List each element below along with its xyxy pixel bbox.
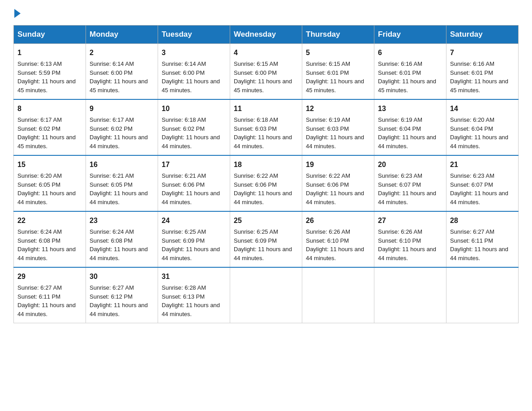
calendar-cell: 9 Sunrise: 6:17 AM Sunset: 6:02 PM Dayli…	[86, 99, 158, 155]
sunrise-label: Sunrise: 6:19 AM	[378, 116, 422, 123]
sunrise-label: Sunrise: 6:15 AM	[306, 60, 350, 67]
day-number: 21	[450, 159, 515, 170]
sunrise-label: Sunrise: 6:25 AM	[162, 228, 206, 235]
sunrise-label: Sunrise: 6:16 AM	[378, 60, 422, 67]
sunset-label: Sunset: 6:12 PM	[90, 293, 133, 300]
sunrise-label: Sunrise: 6:24 AM	[17, 228, 62, 235]
daylight-label: Daylight: 11 hours and 44 minutes.	[306, 246, 364, 261]
daylight-label: Daylight: 11 hours and 44 minutes.	[306, 190, 364, 206]
day-number: 13	[378, 103, 442, 114]
calendar-week-row: 29 Sunrise: 6:27 AM Sunset: 6:11 PM Dayl…	[14, 267, 519, 323]
day-number: 20	[378, 159, 442, 170]
sunrise-label: Sunrise: 6:15 AM	[234, 60, 278, 67]
calendar-cell: 21 Sunrise: 6:23 AM Sunset: 6:07 PM Dayl…	[446, 155, 519, 211]
calendar-cell: 11 Sunrise: 6:18 AM Sunset: 6:03 PM Dayl…	[230, 99, 302, 155]
day-number: 19	[306, 159, 370, 170]
day-number: 29	[17, 271, 82, 282]
calendar-cell: 26 Sunrise: 6:26 AM Sunset: 6:10 PM Dayl…	[302, 211, 374, 267]
calendar-cell: 23 Sunrise: 6:24 AM Sunset: 6:08 PM Dayl…	[86, 211, 158, 267]
sunset-label: Sunset: 6:11 PM	[450, 237, 493, 244]
sunrise-label: Sunrise: 6:27 AM	[450, 228, 494, 235]
calendar-week-row: 15 Sunrise: 6:20 AM Sunset: 6:05 PM Dayl…	[14, 155, 519, 211]
calendar-header-saturday: Saturday	[446, 26, 519, 44]
sunset-label: Sunset: 6:00 PM	[90, 69, 133, 76]
daylight-label: Daylight: 11 hours and 44 minutes.	[162, 302, 220, 317]
sunset-label: Sunset: 6:00 PM	[162, 69, 205, 76]
day-number: 24	[162, 215, 226, 226]
calendar-cell	[446, 267, 519, 323]
daylight-label: Daylight: 11 hours and 45 minutes.	[162, 78, 220, 94]
sunrise-label: Sunrise: 6:16 AM	[450, 60, 494, 67]
daylight-label: Daylight: 11 hours and 44 minutes.	[90, 246, 148, 261]
daylight-label: Daylight: 11 hours and 45 minutes.	[378, 78, 436, 94]
day-number: 7	[450, 47, 515, 58]
sunset-label: Sunset: 6:09 PM	[234, 237, 277, 244]
calendar-cell: 17 Sunrise: 6:21 AM Sunset: 6:06 PM Dayl…	[158, 155, 230, 211]
calendar-cell: 30 Sunrise: 6:27 AM Sunset: 6:12 PM Dayl…	[86, 267, 158, 323]
daylight-label: Daylight: 11 hours and 44 minutes.	[162, 190, 220, 206]
sunrise-label: Sunrise: 6:20 AM	[450, 116, 494, 123]
calendar-week-row: 8 Sunrise: 6:17 AM Sunset: 6:02 PM Dayli…	[14, 99, 519, 155]
sunrise-label: Sunrise: 6:23 AM	[378, 172, 422, 179]
calendar-cell: 31 Sunrise: 6:28 AM Sunset: 6:13 PM Dayl…	[158, 267, 230, 323]
sunset-label: Sunset: 6:02 PM	[90, 125, 133, 132]
day-number: 22	[17, 215, 82, 226]
calendar-cell: 12 Sunrise: 6:19 AM Sunset: 6:03 PM Dayl…	[302, 99, 374, 155]
calendar-cell: 3 Sunrise: 6:14 AM Sunset: 6:00 PM Dayli…	[158, 44, 230, 100]
daylight-label: Daylight: 11 hours and 45 minutes.	[90, 78, 148, 94]
calendar-cell: 13 Sunrise: 6:19 AM Sunset: 6:04 PM Dayl…	[374, 99, 446, 155]
day-number: 28	[450, 215, 515, 226]
daylight-label: Daylight: 11 hours and 44 minutes.	[162, 246, 220, 261]
calendar-header-thursday: Thursday	[302, 26, 374, 44]
calendar-cell: 8 Sunrise: 6:17 AM Sunset: 6:02 PM Dayli…	[14, 99, 86, 155]
day-number: 4	[234, 47, 298, 58]
day-number: 6	[378, 47, 442, 58]
day-number: 8	[17, 103, 82, 114]
sunrise-label: Sunrise: 6:14 AM	[90, 60, 134, 67]
calendar-cell: 20 Sunrise: 6:23 AM Sunset: 6:07 PM Dayl…	[374, 155, 446, 211]
sunset-label: Sunset: 6:00 PM	[234, 69, 277, 76]
sunset-label: Sunset: 6:05 PM	[17, 181, 60, 188]
sunset-label: Sunset: 6:08 PM	[90, 237, 133, 244]
daylight-label: Daylight: 11 hours and 44 minutes.	[378, 246, 436, 261]
sunrise-label: Sunrise: 6:14 AM	[162, 60, 206, 67]
day-number: 3	[162, 47, 226, 58]
calendar-cell: 24 Sunrise: 6:25 AM Sunset: 6:09 PM Dayl…	[158, 211, 230, 267]
sunrise-label: Sunrise: 6:19 AM	[306, 116, 350, 123]
sunset-label: Sunset: 6:07 PM	[450, 181, 493, 188]
logo-arrow-icon	[14, 9, 21, 18]
day-number: 14	[450, 103, 515, 114]
sunset-label: Sunset: 6:08 PM	[17, 237, 60, 244]
calendar-week-row: 1 Sunrise: 6:13 AM Sunset: 5:59 PM Dayli…	[14, 44, 519, 100]
sunrise-label: Sunrise: 6:20 AM	[17, 172, 62, 179]
day-number: 10	[162, 103, 226, 114]
sunset-label: Sunset: 6:04 PM	[450, 125, 493, 132]
sunrise-label: Sunrise: 6:22 AM	[234, 172, 278, 179]
calendar-cell	[374, 267, 446, 323]
calendar-header-monday: Monday	[86, 26, 158, 44]
sunset-label: Sunset: 6:07 PM	[378, 181, 421, 188]
calendar-header-friday: Friday	[374, 26, 446, 44]
calendar-cell: 27 Sunrise: 6:26 AM Sunset: 6:10 PM Dayl…	[374, 211, 446, 267]
calendar-week-row: 22 Sunrise: 6:24 AM Sunset: 6:08 PM Dayl…	[14, 211, 519, 267]
sunrise-label: Sunrise: 6:25 AM	[234, 228, 278, 235]
daylight-label: Daylight: 11 hours and 45 minutes.	[306, 78, 364, 94]
calendar-cell: 28 Sunrise: 6:27 AM Sunset: 6:11 PM Dayl…	[446, 211, 519, 267]
sunset-label: Sunset: 6:10 PM	[378, 237, 421, 244]
daylight-label: Daylight: 11 hours and 44 minutes.	[90, 190, 148, 206]
daylight-label: Daylight: 11 hours and 44 minutes.	[17, 302, 76, 317]
calendar-cell: 18 Sunrise: 6:22 AM Sunset: 6:06 PM Dayl…	[230, 155, 302, 211]
sunset-label: Sunset: 6:10 PM	[306, 237, 349, 244]
calendar-header-wednesday: Wednesday	[230, 26, 302, 44]
daylight-label: Daylight: 11 hours and 44 minutes.	[234, 190, 292, 206]
daylight-label: Daylight: 11 hours and 44 minutes.	[450, 134, 508, 150]
day-number: 15	[17, 159, 82, 170]
sunrise-label: Sunrise: 6:21 AM	[162, 172, 206, 179]
calendar-cell: 5 Sunrise: 6:15 AM Sunset: 6:01 PM Dayli…	[302, 44, 374, 100]
sunrise-label: Sunrise: 6:24 AM	[90, 228, 134, 235]
sunset-label: Sunset: 6:01 PM	[450, 69, 493, 76]
sunrise-label: Sunrise: 6:13 AM	[17, 60, 62, 67]
daylight-label: Daylight: 11 hours and 44 minutes.	[378, 190, 436, 206]
day-number: 9	[90, 103, 154, 114]
calendar-cell: 22 Sunrise: 6:24 AM Sunset: 6:08 PM Dayl…	[14, 211, 86, 267]
